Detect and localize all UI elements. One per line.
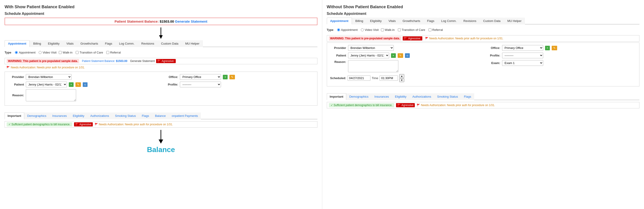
time-up-btn[interactable]: ▲: [399, 74, 404, 78]
time-down-btn[interactable]: ▼: [399, 78, 404, 82]
tab-customdata-right[interactable]: Custom Data: [480, 18, 504, 24]
radio-group-left: Appointment Video Visit: [15, 51, 56, 54]
right-tab-bar: Appointment Billing Eligibility Vitals G…: [327, 18, 640, 24]
checkbox-walkin-left[interactable]: Walk-in: [59, 51, 72, 54]
tab-billing-left[interactable]: Billing: [30, 40, 44, 47]
provider-select-right[interactable]: Brendan Wilberton: [348, 45, 394, 51]
checkbox-walkin-right[interactable]: Walk-in: [381, 28, 395, 32]
bottom-tab-balance-left[interactable]: Balance: [152, 112, 169, 119]
reason-textarea-right[interactable]: [348, 60, 398, 72]
right-scheduled-row: Scheduled: Time ▲ ▼: [330, 74, 480, 82]
bottom-tab-authorizations-left[interactable]: Authorizations: [87, 112, 112, 119]
patient-add-btn-right[interactable]: +: [391, 53, 396, 58]
profile-select-right[interactable]: ---------: [502, 52, 543, 58]
right-type-row: Type Appointment Video Visit Walk-in Tra…: [327, 27, 640, 32]
radio-video-right[interactable]: Video Visit: [361, 28, 379, 32]
tab-flags-right[interactable]: Flags: [424, 18, 438, 24]
bottom-tab-authorizations-right[interactable]: Authorizations: [409, 93, 434, 100]
checkbox-toc-right[interactable]: Transition of Care: [398, 28, 425, 32]
exam-label-right: Exam:: [486, 61, 500, 65]
checkbox-referral-left[interactable]: Referral: [106, 51, 121, 54]
tab-billing-right[interactable]: Billing: [352, 18, 367, 24]
checkbox-group-left: Walk-in Transition of Care Referral: [59, 51, 121, 54]
right-heading: Without Show Patient Balance Enabled: [327, 4, 640, 10]
tab-growthcharts-right[interactable]: Growthcharts: [399, 18, 424, 24]
bottom-tab-insurances-right[interactable]: Insurances: [371, 93, 392, 100]
left-profile-row: Profile: ---------: [164, 82, 314, 87]
gen-statement-warning[interactable]: Generate Statement: [130, 60, 155, 63]
tab-appointment-right[interactable]: Appointment: [327, 18, 352, 24]
scheduled-date-right[interactable]: [348, 76, 370, 81]
patient-label-right: Patient: [330, 54, 346, 57]
patient-balance-bar: Patient Statement Balance: $1503.00 Gene…: [4, 18, 318, 25]
status-green-right: ✓ Sufficient patient demographics to bil…: [329, 103, 394, 107]
bottom-tab-important-right[interactable]: Important: [327, 93, 346, 100]
tab-vitals-right[interactable]: Vitals: [385, 18, 399, 24]
patient-select-left[interactable]: Jenny (Jen) Harris - 02/11/1980: [26, 82, 67, 87]
profile-label-right: Profile:: [486, 54, 500, 57]
left-heading: With Show Patient Balance Enabled: [4, 4, 318, 10]
status-flag-left: 🚩 Agressive: [74, 122, 93, 126]
tab-revisions-left[interactable]: Revisions: [138, 40, 158, 47]
generate-statement-link[interactable]: Generate Statement: [175, 20, 208, 23]
bottom-tab-insurances-left[interactable]: Insurances: [49, 112, 70, 119]
patient-edit-btn-right[interactable]: ✎: [398, 53, 403, 58]
tab-vitals-left[interactable]: Vitals: [63, 40, 77, 47]
tab-logcomm-right[interactable]: Log Comm.: [438, 18, 460, 24]
left-office-row: Office: Primary Office + ✎: [164, 74, 314, 80]
left-bottom: Important Demographics Insurances Eligib…: [4, 112, 318, 154]
right-form: Provider Brendan Wilberton Patient Jenny…: [327, 42, 640, 86]
office-edit-btn-right[interactable]: ✎: [552, 46, 557, 50]
scheduled-label-right: Scheduled:: [330, 76, 346, 80]
tab-muhelper-right[interactable]: MU Helper: [504, 18, 525, 24]
office-select-right[interactable]: Primary Office: [502, 45, 543, 51]
bottom-tab-demographics-right[interactable]: Demographics: [346, 93, 371, 100]
bottom-tab-demographics-left[interactable]: Demographics: [24, 112, 49, 119]
bottom-tab-flags-right[interactable]: Flags: [461, 93, 474, 100]
patient-share-btn-right[interactable]: ⎋: [405, 53, 410, 58]
patient-edit-btn-left[interactable]: ✎: [76, 82, 81, 87]
bottom-tab-smoking-right[interactable]: Smoking Status: [434, 93, 461, 100]
provider-select-left[interactable]: Brendan Wilberton: [26, 74, 72, 80]
radio-video-left[interactable]: Video Visit: [38, 51, 56, 54]
provider-label-left: Provider: [8, 75, 24, 79]
patient-share-btn-left[interactable]: ⎋: [83, 82, 88, 87]
patient-label-left: Patient: [8, 83, 24, 86]
tab-growthcharts-left[interactable]: Growthcharts: [77, 40, 102, 47]
bottom-tab-eligibility-left[interactable]: Eligibility: [70, 112, 87, 119]
left-provider-row: Provider Brendan Wilberton: [8, 74, 158, 80]
left-type-row: Type Appointment Video Visit Walk-in Tra…: [4, 50, 318, 55]
scheduled-time-right[interactable]: [380, 76, 398, 81]
tab-eligibility-left[interactable]: Eligibility: [44, 40, 63, 47]
bottom-tab-flags-left[interactable]: Flags: [139, 112, 152, 119]
right-bottom-tabs: Important Demographics Insurances Eligib…: [327, 93, 640, 100]
tab-appointment-left[interactable]: Appointment: [4, 40, 30, 47]
patient-add-btn-left[interactable]: +: [69, 82, 74, 87]
tab-logcomm-left[interactable]: Log Comm.: [116, 40, 138, 47]
office-add-btn-right[interactable]: +: [545, 46, 550, 50]
radio-appointment-left[interactable]: Appointment: [15, 51, 36, 54]
bottom-tab-eligibility-right[interactable]: Eligibility: [392, 93, 410, 100]
right-warning-bar: WARNING: This patient is pre-populated s…: [327, 35, 640, 42]
tab-eligibility-right[interactable]: Eligibility: [366, 18, 385, 24]
reason-textarea-left[interactable]: [26, 89, 76, 101]
radio-group-right: Appointment Video Visit: [337, 28, 379, 32]
bottom-tab-important-left[interactable]: Important: [4, 112, 24, 119]
tab-customdata-left[interactable]: Custom Data: [158, 40, 182, 47]
patient-select-right[interactable]: Jenny (Jen) Harris - 02/11/1980: [348, 52, 389, 58]
checkbox-toc-left[interactable]: Transition of Care: [76, 51, 103, 54]
exam-select-right[interactable]: Exam 1: [502, 60, 543, 66]
office-edit-btn-left[interactable]: ✎: [230, 75, 235, 79]
office-label-left: Office:: [164, 75, 178, 79]
balance-big-label: Balance: [147, 146, 175, 154]
tab-muhelper-left[interactable]: MU Helper: [182, 40, 203, 47]
checkbox-referral-right[interactable]: Referral: [428, 28, 443, 32]
profile-select-left[interactable]: ---------: [180, 82, 221, 87]
office-select-left[interactable]: Primary Office: [180, 74, 221, 80]
bottom-tab-smoking-left[interactable]: Smoking Status: [112, 112, 139, 119]
tab-revisions-right[interactable]: Revisions: [460, 18, 480, 24]
office-add-btn-left[interactable]: +: [223, 75, 228, 79]
tab-flags-left[interactable]: Flags: [102, 40, 116, 47]
radio-appointment-right[interactable]: Appointment: [337, 28, 358, 32]
bottom-tab-payments-left[interactable]: onpatient Payments: [169, 112, 201, 119]
